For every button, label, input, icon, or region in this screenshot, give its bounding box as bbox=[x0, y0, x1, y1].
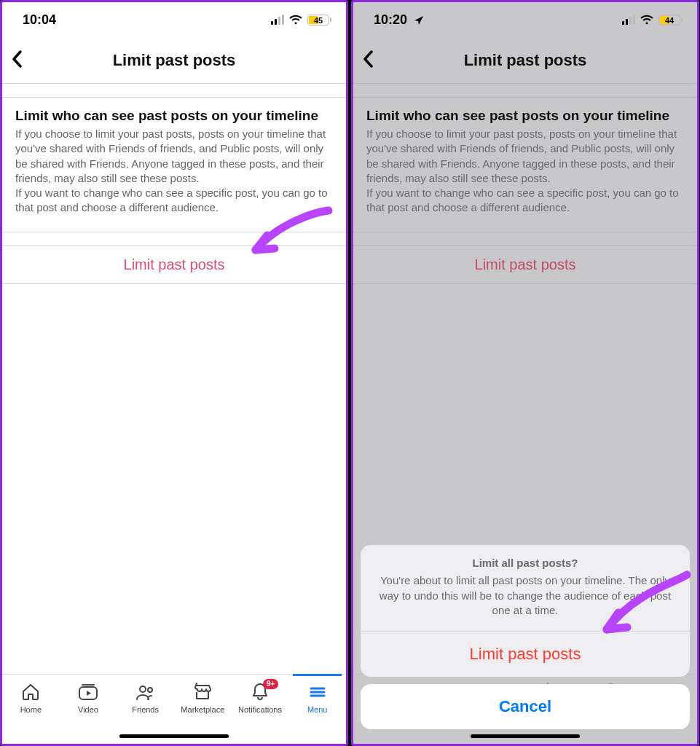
notification-badge: 9+ bbox=[263, 679, 278, 689]
tab-home[interactable]: Home bbox=[2, 682, 60, 714]
tab-label: Menu bbox=[307, 705, 328, 714]
status-bar: 10:04 45 bbox=[2, 2, 346, 37]
cellular-icon bbox=[271, 15, 284, 25]
cancel-button[interactable]: Cancel bbox=[361, 684, 690, 729]
svg-point-1 bbox=[140, 686, 146, 692]
action-sheet-header: Limit all past posts? You're about to li… bbox=[361, 545, 690, 632]
action-sheet-message: You're about to limit all past posts on … bbox=[374, 573, 677, 618]
tab-label: Notifications bbox=[238, 705, 282, 714]
info-card: Limit who can see past posts on your tim… bbox=[353, 97, 697, 232]
tab-marketplace[interactable]: Marketplace bbox=[174, 682, 232, 714]
video-icon bbox=[77, 682, 99, 702]
phone-inner: 10:04 45 Limit past posts Limit who can bbox=[2, 2, 346, 744]
page-title: Limit past posts bbox=[113, 51, 236, 70]
phone-left: 10:04 45 Limit past posts Limit who can bbox=[0, 0, 348, 746]
tab-notifications[interactable]: 9+ Notifications bbox=[232, 682, 289, 714]
limit-past-posts-button[interactable]: Limit past posts bbox=[353, 246, 697, 284]
nav-header: Limit past posts bbox=[353, 37, 697, 84]
page-title: Limit past posts bbox=[464, 51, 587, 70]
status-time-group: 10:20 bbox=[374, 12, 424, 28]
info-card: Limit who can see past posts on your tim… bbox=[2, 97, 346, 232]
home-icon bbox=[20, 682, 41, 702]
back-button[interactable] bbox=[2, 50, 24, 71]
location-icon bbox=[414, 12, 424, 27]
spacer bbox=[2, 232, 346, 246]
tab-friends[interactable]: Friends bbox=[117, 682, 174, 714]
menu-icon bbox=[308, 682, 327, 702]
battery-icon: 45 bbox=[307, 15, 331, 25]
action-sheet-title: Limit all past posts? bbox=[374, 557, 677, 569]
home-indicator[interactable] bbox=[119, 734, 229, 738]
nav-header: Limit past posts bbox=[2, 37, 346, 84]
card-body: If you choose to limit your past posts, … bbox=[15, 127, 333, 216]
tab-menu[interactable]: Menu bbox=[288, 682, 346, 714]
status-icons: 45 bbox=[271, 15, 331, 25]
friends-icon bbox=[135, 682, 157, 702]
phone-right: 10:20 44 Limit past posts bbox=[351, 0, 699, 746]
tab-label: Marketplace bbox=[181, 705, 224, 714]
wifi-icon bbox=[640, 15, 654, 25]
card-title: Limit who can see past posts on your tim… bbox=[15, 108, 333, 124]
content-spacer bbox=[2, 284, 346, 675]
card-body: If you choose to limit your past posts, … bbox=[366, 127, 684, 216]
marketplace-icon bbox=[192, 682, 213, 702]
tab-video[interactable]: Video bbox=[60, 682, 117, 714]
battery-icon: 44 bbox=[658, 15, 683, 25]
tab-bar: Home Video Friends Marketplace 9+ Notifi… bbox=[2, 674, 346, 744]
wifi-icon bbox=[288, 15, 303, 25]
tab-label: Home bbox=[20, 705, 42, 714]
tab-label: Friends bbox=[132, 705, 159, 714]
action-sheet: Limit all past posts? You're about to li… bbox=[361, 545, 690, 729]
back-button[interactable] bbox=[353, 50, 375, 71]
tab-label: Video bbox=[78, 705, 98, 714]
card-title: Limit who can see past posts on your tim… bbox=[366, 108, 684, 124]
action-sheet-card: Limit all past posts? You're about to li… bbox=[361, 545, 690, 677]
cellular-icon bbox=[622, 15, 635, 25]
status-icons: 44 bbox=[622, 15, 683, 25]
confirm-limit-button[interactable]: Limit past posts bbox=[361, 632, 690, 677]
limit-past-posts-button[interactable]: Limit past posts bbox=[2, 246, 346, 284]
home-indicator[interactable] bbox=[471, 734, 580, 738]
status-time: 10:04 bbox=[23, 12, 56, 28]
spacer bbox=[2, 84, 346, 97]
spacer bbox=[353, 84, 697, 97]
svg-point-2 bbox=[148, 688, 152, 692]
status-bar: 10:20 44 bbox=[353, 2, 697, 37]
spacer bbox=[353, 232, 697, 246]
